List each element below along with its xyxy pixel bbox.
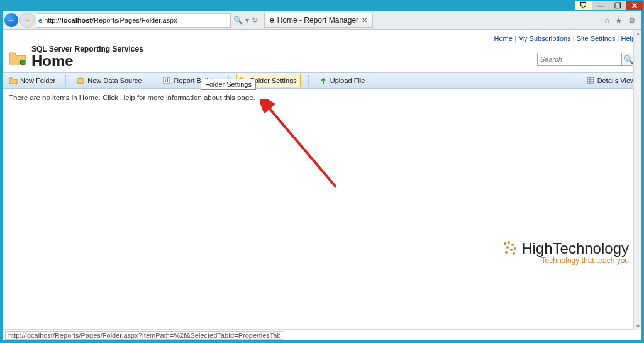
action-bar: New Folder New Data Source Report Builde…: [3, 72, 641, 89]
ie-icon: e: [38, 16, 42, 24]
arrow-right-icon: →: [23, 16, 31, 24]
new-folder-icon: [9, 76, 18, 85]
tab-title: Home - Report Manager: [277, 16, 358, 25]
action-upload-file[interactable]: Upload File: [316, 76, 368, 86]
svg-point-14: [510, 249, 513, 251]
tools-gear-icon[interactable]: ⚙: [628, 16, 636, 25]
svg-point-0: [20, 60, 25, 65]
watermark-title: HighTechnology: [521, 240, 629, 257]
page-body: Home | My Subscriptions | Site Settings …: [3, 30, 641, 340]
report-builder-icon: [162, 76, 171, 85]
search-box: 🔍: [537, 53, 635, 66]
address-input[interactable]: http://localhost/Reports/Pages/Folder.as…: [44, 16, 228, 24]
action-new-folder[interactable]: New Folder: [6, 76, 58, 86]
svg-rect-5: [587, 77, 594, 84]
data-source-icon: [76, 76, 85, 85]
details-view-icon: [586, 76, 595, 85]
link-my-subscriptions[interactable]: My Subscriptions: [518, 35, 571, 42]
url-prefix: http://: [44, 16, 62, 24]
svg-point-13: [506, 246, 509, 249]
dropdown-icon[interactable]: ▾: [245, 16, 249, 25]
watermark: HighTechnology Technology that teach you: [501, 240, 629, 265]
upload-icon: [319, 76, 328, 85]
top-links: Home | My Subscriptions | Site Settings …: [3, 30, 641, 45]
svg-point-11: [508, 241, 510, 244]
nav-back-button[interactable]: ←: [4, 13, 18, 27]
page-title: Home: [31, 53, 143, 69]
window-close-button[interactable]: ✕: [626, 1, 643, 10]
svg-rect-4: [167, 78, 168, 82]
address-bar[interactable]: e http://localhost/Reports/Pages/Folder.…: [36, 13, 231, 28]
link-home[interactable]: Home: [494, 35, 513, 42]
ie-toolbar: ← → e http://localhost/Reports/Pages/Fol…: [3, 11, 641, 30]
scroll-down-icon[interactable]: ▾: [636, 323, 640, 330]
vertical-scrollbar[interactable]: ▴ ▾: [633, 30, 641, 330]
svg-point-16: [505, 251, 508, 254]
scroll-up-icon[interactable]: ▴: [636, 30, 640, 37]
svg-point-17: [513, 252, 515, 255]
svg-point-10: [504, 242, 506, 245]
link-site-settings[interactable]: Site Settings: [577, 35, 616, 42]
arrow-left-icon: ←: [8, 16, 15, 24]
folder-icon: [9, 50, 26, 65]
url-host: localhost: [62, 16, 92, 24]
svg-rect-3: [165, 79, 166, 82]
window-titlebar: ⛉ — ❐ ✕: [1, 1, 643, 10]
svg-point-15: [514, 247, 516, 250]
url-path: /Reports/Pages/Folder.aspx: [92, 16, 177, 24]
window-app-icon: ⛉: [575, 1, 592, 10]
window-frame: ⛉ — ❐ ✕ ← → e http://localhost/Reports/P…: [0, 0, 644, 343]
search-icon[interactable]: 🔍: [233, 16, 243, 25]
window-maximize-button[interactable]: ❐: [609, 1, 626, 10]
refresh-icon[interactable]: ↻: [252, 16, 258, 25]
home-icon[interactable]: ⌂: [604, 16, 609, 25]
favorites-icon[interactable]: ★: [615, 16, 623, 25]
tab-close-icon[interactable]: ✕: [362, 16, 367, 25]
browser-tab[interactable]: e Home - Report Manager ✕: [264, 13, 373, 28]
page-header: SQL Server Reporting Services Home 🔍: [3, 45, 641, 72]
search-input[interactable]: [537, 53, 622, 66]
status-text: http://localhost/Reports/Pages/Folder.as…: [5, 331, 284, 340]
svg-point-12: [511, 244, 514, 246]
tooltip: Folder Settings: [201, 79, 256, 90]
status-bar: http://localhost/Reports/Pages/Folder.as…: [3, 329, 634, 340]
watermark-subtitle: Technology that teach you: [501, 256, 629, 265]
window-minimize-button[interactable]: —: [592, 1, 609, 10]
nav-forward-button[interactable]: →: [19, 13, 35, 28]
annotation-arrow: [260, 99, 361, 200]
browser-window: ← → e http://localhost/Reports/Pages/Fol…: [3, 11, 641, 340]
action-new-data-source[interactable]: New Data Source: [74, 76, 144, 86]
watermark-icon: [501, 240, 519, 257]
action-details-view[interactable]: Details View: [584, 76, 638, 86]
svg-line-9: [267, 105, 336, 187]
tab-favicon-icon: e: [270, 16, 274, 25]
